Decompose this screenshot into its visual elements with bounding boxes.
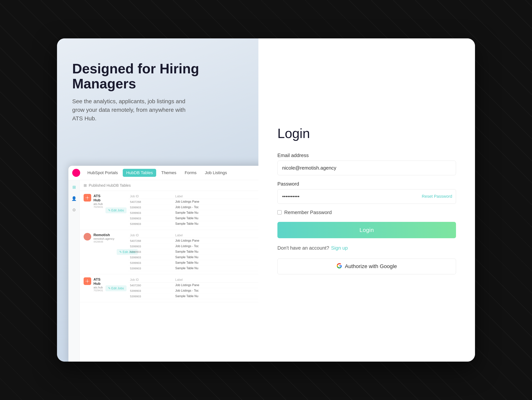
edit-jobs-button-1[interactable]: ✎ Edit Jobs <box>105 207 127 213</box>
table-row: 5399903Sample Table Nu <box>128 216 258 221</box>
no-account-text: Don't have an account? <box>277 245 329 251</box>
col-label: Label <box>174 233 258 238</box>
table-list: ATS Hub ats.hub 7029431 ✎ Edit Jobs <box>80 191 258 302</box>
right-panel: Login Email address Password Reset Passw… <box>258 39 475 361</box>
table-row: 5399903Sample Table Nu <box>128 249 258 255</box>
mockup-body: ⊞ 👤 ⚙ ⊞ Published HubDB Tables <box>68 180 258 361</box>
mockup-nav: HubSpot Portals HubDB Tables Themes Form… <box>84 169 230 177</box>
entry-left-ats: ATS Hub ats.hub 7029431 ✎ Edit Jobs <box>84 194 125 227</box>
entry-table-remotish: Job ID Label 5407268Job Listings Pane 53… <box>128 233 258 271</box>
entry-table-ats: Job ID Label 5407268Job Listings Pane 53… <box>128 194 258 227</box>
reset-password-link[interactable]: Reset Password <box>420 194 452 199</box>
table-row: Remotish remotish.agency 4428648 ✎ Edit … <box>80 230 258 274</box>
entry-sub: ats.hub <box>94 286 103 289</box>
table-row: 5399903Sample Table Nu <box>128 210 258 216</box>
password-wrapper: Reset Password <box>277 189 456 204</box>
mockup-sidebar: ⊞ 👤 ⚙ <box>68 180 80 361</box>
nav-job-listings[interactable]: Job Listings <box>201 169 230 177</box>
mockup-content: ⊞ Published HubDB Tables <box>80 180 258 361</box>
svg-point-1 <box>87 281 88 282</box>
remember-checkbox[interactable] <box>277 210 282 214</box>
grid-small-icon: ⊞ <box>84 183 87 188</box>
settings-icon[interactable]: ⚙ <box>71 207 77 213</box>
table-row: 5399903Sample Table Nu <box>128 221 258 227</box>
entry-id: 4428648 <box>94 240 114 243</box>
entry-info-remotish: Remotish remotish.agency 4428648 <box>94 233 114 243</box>
hubspot-icon <box>84 194 91 201</box>
content-header: ⊞ Published HubDB Tables <box>80 180 258 191</box>
left-panel: Designed for Hiring Managers See the ana… <box>57 39 258 361</box>
nav-forms[interactable]: Forms <box>181 169 200 177</box>
app-mockup: HubSpot Portals HubDB Tables Themes Form… <box>68 166 258 361</box>
table-row: 5399903Sample Table Nu <box>128 266 258 271</box>
email-field[interactable] <box>277 161 456 175</box>
nav-hubdb-tables[interactable]: HubDB Tables <box>123 169 156 177</box>
entry-name: ATS Hub <box>94 194 103 202</box>
table-row: 5407268Job Listings Pane <box>128 199 258 205</box>
entry-name: Remotish <box>94 233 114 237</box>
entry-id: 7029431 <box>94 289 103 292</box>
table-row: 5407268Job Listings Pane <box>128 238 258 244</box>
entry-table-ats2: Job ID Label 5407260Job Listings Pane 53… <box>128 277 258 299</box>
col-job-id: Job ID <box>128 194 174 199</box>
signup-row: Don't have an account? Sign up <box>277 245 456 251</box>
hero-subtitle: See the analytics, applicants, job listi… <box>72 97 190 123</box>
table-row: 5399903Sample Table Nu <box>128 294 258 299</box>
email-label: Email address <box>277 153 456 158</box>
password-group: Password Reset Password <box>277 181 456 204</box>
google-btn-label: Authorize with Google <box>345 263 397 269</box>
login-title: Login <box>277 126 456 141</box>
entry-sub: ats.hub <box>94 202 103 206</box>
remember-label: Remember Password <box>284 209 332 215</box>
table-row: 5399903Job Listings - Toc <box>128 205 258 210</box>
col-label: Label <box>174 277 258 283</box>
entry-id: 7029431 <box>94 206 103 208</box>
entry-left-remotish: Remotish remotish.agency 4428648 ✎ Edit … <box>84 233 125 271</box>
person-icon[interactable]: 👤 <box>71 195 77 202</box>
entry-sub: remotish.agency <box>94 237 114 240</box>
nav-hubspot-portals[interactable]: HubSpot Portals <box>84 169 121 177</box>
main-card: Designed for Hiring Managers See the ana… <box>57 39 475 361</box>
table-row: 5407260Job Listings Pane <box>128 283 258 288</box>
svg-point-0 <box>87 197 88 198</box>
table-row: ATS Hub ats.hub 7029431 ✎ Edit Jobs <box>80 191 258 230</box>
login-button[interactable]: Login <box>277 222 456 238</box>
remotish-icon <box>84 233 91 240</box>
hero-title: Designed for Hiring Managers <box>72 61 243 91</box>
col-job-id: Job ID <box>128 277 174 283</box>
signup-link[interactable]: Sign up <box>331 245 348 251</box>
email-group: Email address <box>277 153 456 175</box>
edit-jobs-button-3[interactable]: ✎ Edit Jobs <box>105 285 127 291</box>
remember-row: Remember Password <box>277 209 456 215</box>
col-label: Label <box>174 194 258 199</box>
table-row: 5399903Sample Table Nu <box>128 255 258 260</box>
google-icon <box>336 263 342 270</box>
hero-section: Designed for Hiring Managers See the ana… <box>72 61 243 123</box>
entry-name: ATS Hub <box>94 277 103 286</box>
hubspot-icon-2 <box>84 277 91 285</box>
mockup-topbar: HubSpot Portals HubDB Tables Themes Form… <box>68 166 258 180</box>
grid-icon[interactable]: ⊞ <box>71 184 77 191</box>
entry-left-ats2: ATS Hub ats.hub 7029431 ✎ Edit Jobs <box>84 277 125 299</box>
entry-info-ats: ATS Hub ats.hub 7029431 <box>94 194 103 208</box>
nav-themes[interactable]: Themes <box>158 169 180 177</box>
table-row: 5399903Job Listings - Toc <box>128 244 258 249</box>
table-row: 5399903Job Listings - Toc <box>128 288 258 294</box>
google-authorize-button[interactable]: Authorize with Google <box>277 258 456 274</box>
col-job-id: Job ID <box>128 233 174 238</box>
table-row: 5399903Sample Table Nu <box>128 260 258 266</box>
password-label: Password <box>277 181 456 187</box>
entry-info-ats2: ATS Hub ats.hub 7029431 <box>94 277 103 292</box>
avatar <box>72 169 80 177</box>
table-row: ATS Hub ats.hub 7029431 ✎ Edit Jobs <box>80 274 258 302</box>
